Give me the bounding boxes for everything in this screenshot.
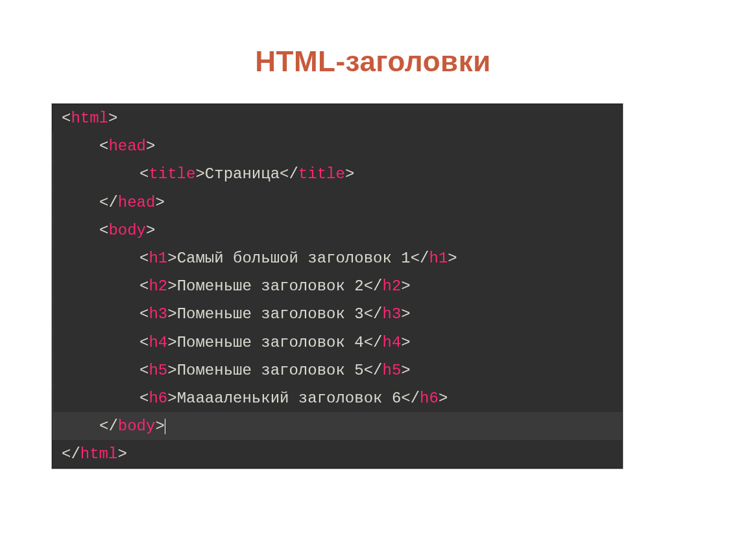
code-text: Мааааленький заголовок 6 xyxy=(177,390,402,407)
code-tag-name: h1 xyxy=(149,250,167,267)
code-line: <h1>Самый большой заголовок 1</h1> xyxy=(53,244,622,272)
code-tag-name: h2 xyxy=(382,277,401,295)
code-line: <h5>Поменьше заголовок 5</h5> xyxy=(53,356,622,384)
code-bracket: > xyxy=(146,137,155,155)
code-bracket: > xyxy=(167,390,176,407)
code-bracket: > xyxy=(345,165,354,183)
code-line: <h4>Поменьше заголовок 4</h4> xyxy=(53,329,622,356)
code-tag-name: h3 xyxy=(382,305,401,323)
code-line: <title>Страница</title> xyxy=(53,160,622,188)
code-bracket: > xyxy=(117,445,126,463)
code-tag-name: h3 xyxy=(149,305,167,323)
code-text: Самый большой заголовок 1 xyxy=(177,250,411,267)
code-bracket: > xyxy=(439,390,448,407)
code-bracket: </ xyxy=(364,305,383,323)
code-bracket: </ xyxy=(99,417,118,435)
code-bracket: < xyxy=(139,250,149,267)
code-bracket: < xyxy=(139,334,149,351)
code-bracket: < xyxy=(139,305,149,323)
code-text: Поменьше заголовок 2 xyxy=(177,277,364,295)
code-tag-name: h5 xyxy=(149,362,167,379)
code-bracket: > xyxy=(167,305,176,323)
slide-title: HTML-заголовки xyxy=(52,45,694,78)
code-bracket: </ xyxy=(364,277,383,295)
code-text: Страница xyxy=(205,165,280,183)
code-line: <h2>Поменьше заголовок 2</h2> xyxy=(53,272,622,300)
code-bracket: </ xyxy=(364,362,383,379)
code-bracket: > xyxy=(167,250,176,267)
code-tag-name: title xyxy=(149,165,195,183)
code-bracket: </ xyxy=(99,194,118,211)
code-bracket: < xyxy=(139,362,149,379)
code-bracket: < xyxy=(99,137,108,155)
code-bracket: < xyxy=(139,165,149,183)
code-bracket: > xyxy=(146,222,155,239)
code-bracket: > xyxy=(401,305,410,323)
code-line: <html> xyxy=(53,104,622,132)
code-text: Поменьше заголовок 3 xyxy=(177,305,364,323)
code-bracket: </ xyxy=(280,165,298,183)
text-caret xyxy=(165,419,165,434)
code-tag-name: body xyxy=(118,417,156,435)
code-bracket: > xyxy=(108,110,117,127)
code-bracket: > xyxy=(167,334,176,351)
code-line: </body> xyxy=(53,412,622,440)
code-bracket: < xyxy=(62,110,71,127)
code-tag-name: h1 xyxy=(429,250,448,267)
code-editor: <html><head><title>Страница</title></hea… xyxy=(52,104,623,469)
code-bracket: > xyxy=(401,277,410,295)
code-tag-name: h6 xyxy=(149,390,167,407)
code-bracket: > xyxy=(155,417,164,435)
code-bracket: </ xyxy=(364,334,383,351)
code-line: <body> xyxy=(53,216,622,244)
code-tag-name: title xyxy=(298,165,345,183)
code-bracket: > xyxy=(167,277,176,295)
code-line: </html> xyxy=(53,440,622,468)
code-bracket: < xyxy=(99,222,108,239)
code-tag-name: head xyxy=(118,194,156,211)
code-bracket: > xyxy=(401,334,410,351)
code-text: Поменьше заголовок 4 xyxy=(177,334,364,351)
code-tag-name: html xyxy=(80,445,118,463)
code-tag-name: h2 xyxy=(149,277,167,295)
code-tag-name: h4 xyxy=(149,334,167,351)
code-bracket: < xyxy=(139,390,149,407)
code-bracket: </ xyxy=(401,390,420,407)
code-bracket: < xyxy=(139,277,149,295)
slide-container: HTML-заголовки <html><head><title>Страни… xyxy=(0,0,746,560)
code-bracket: > xyxy=(195,165,204,183)
code-bracket: </ xyxy=(62,445,80,463)
code-tag-name: head xyxy=(108,137,146,155)
code-tag-name: h6 xyxy=(420,390,439,407)
code-bracket: > xyxy=(448,250,457,267)
code-line: </head> xyxy=(53,189,622,216)
code-text: Поменьше заголовок 5 xyxy=(177,362,364,379)
code-tag-name: body xyxy=(108,222,146,239)
code-line: <h6>Мааааленький заголовок 6</h6> xyxy=(53,384,622,412)
code-tag-name: h4 xyxy=(382,334,401,351)
code-bracket: > xyxy=(155,194,164,211)
code-tag-name: h5 xyxy=(382,362,401,379)
code-bracket: </ xyxy=(411,250,429,267)
code-bracket: > xyxy=(401,362,410,379)
code-bracket: > xyxy=(167,362,176,379)
code-tag-name: html xyxy=(71,110,108,127)
code-line: <head> xyxy=(53,132,622,160)
code-line: <h3>Поменьше заголовок 3</h3> xyxy=(53,300,622,328)
